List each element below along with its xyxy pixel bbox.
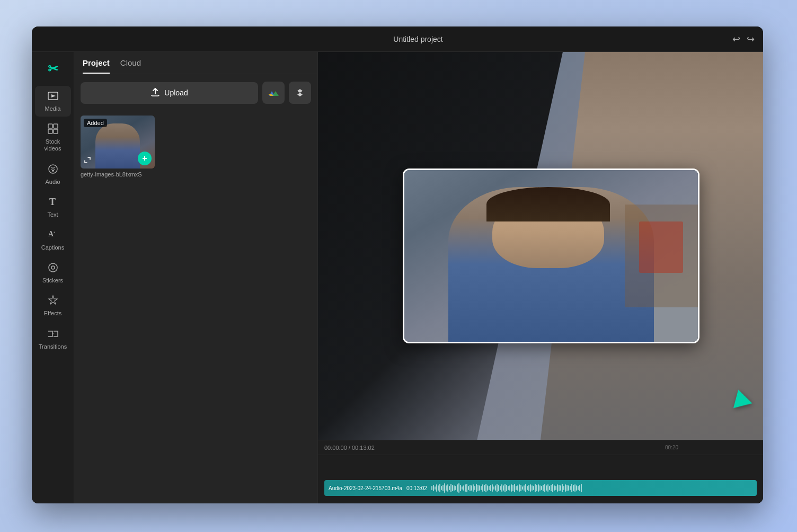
- timeline-header: 00:00:00 / 00:13:02 00:20: [318, 440, 763, 455]
- effects-label: Effects: [44, 310, 61, 317]
- audio-track-duration: 00:13:02: [406, 485, 427, 491]
- panel-toolbar: Upload: [74, 74, 317, 111]
- google-drive-button[interactable]: [262, 82, 285, 104]
- svg-rect-4: [48, 129, 52, 134]
- captions-label: Captions: [41, 244, 64, 251]
- captions-icon: A *: [47, 229, 59, 242]
- tab-project[interactable]: Project: [83, 58, 110, 74]
- stickers-icon: [47, 262, 59, 275]
- sidebar-item-audio[interactable]: Audio: [35, 159, 71, 190]
- sidebar-item-stock[interactable]: Stock videos: [35, 119, 71, 156]
- sidebar-item-text[interactable]: T Text: [35, 192, 71, 223]
- left-sidebar: ✂ Media: [32, 52, 74, 503]
- dropbox-button[interactable]: [289, 82, 311, 104]
- svg-text:T: T: [49, 197, 56, 207]
- upload-label: Upload: [164, 88, 188, 97]
- svg-point-12: [51, 266, 55, 269]
- svg-marker-13: [49, 296, 57, 304]
- redo-button[interactable]: ↪: [747, 34, 755, 44]
- effects-icon: [47, 295, 59, 308]
- media-filename: getty-images-bL8txmxS: [81, 171, 155, 178]
- media-icon: [47, 90, 59, 103]
- sidebar-item-stickers[interactable]: Stickers: [35, 258, 71, 288]
- header: Untitled project ↩ ↪: [32, 26, 763, 52]
- audio-track[interactable]: Audio-2023-02-24-215703.m4a 00:13:02: [324, 480, 757, 496]
- stickers-label: Stickers: [42, 277, 63, 284]
- audio-waveform: [431, 483, 752, 493]
- timeline-area: 00:00:00 / 00:13:02 00:20 Audio-2023-02-…: [318, 440, 763, 503]
- stock-label: Stock videos: [37, 138, 69, 152]
- sidebar-item-effects[interactable]: Effects: [35, 290, 71, 321]
- transitions-icon: [47, 328, 59, 341]
- timeline-tracks: Audio-2023-02-24-215703.m4a 00:13:02: [318, 455, 763, 503]
- svg-rect-3: [54, 124, 58, 128]
- svg-point-7: [52, 170, 54, 172]
- audio-icon: [47, 163, 59, 176]
- upload-button[interactable]: Upload: [81, 82, 258, 104]
- sidebar-item-transitions[interactable]: Transitions: [35, 324, 71, 354]
- sidebar-item-captions[interactable]: A * Captions: [35, 225, 71, 255]
- preview-canvas: [318, 52, 763, 440]
- media-thumbnail: Added +: [81, 116, 155, 169]
- audio-track-name: Audio-2023-02-24-215703.m4a: [329, 485, 402, 491]
- project-title: Untitled project: [104, 35, 732, 43]
- floating-video-card: [403, 169, 699, 343]
- sidebar-item-media[interactable]: Media: [35, 86, 71, 117]
- stock-icon: [47, 123, 59, 136]
- svg-point-11: [49, 263, 57, 272]
- add-media-button[interactable]: +: [138, 152, 152, 165]
- text-icon: T: [47, 196, 59, 209]
- panel-tabs: Project Cloud: [74, 52, 317, 74]
- expand-icon: [84, 156, 91, 165]
- undo-button[interactable]: ↩: [732, 34, 740, 44]
- app-logo-icon: ✂: [48, 61, 58, 76]
- svg-text:*: *: [54, 230, 55, 235]
- svg-marker-1: [51, 94, 56, 97]
- media-label: Media: [45, 105, 61, 112]
- app-container: Untitled project ↩ ↪ ✂ Media: [32, 26, 763, 503]
- upload-icon: [150, 87, 160, 99]
- header-actions: ↩ ↪: [732, 34, 755, 44]
- timeline-marker-20: 00:20: [665, 445, 678, 450]
- text-label: Text: [47, 211, 58, 218]
- audio-label: Audio: [45, 179, 60, 185]
- svg-rect-2: [48, 124, 52, 128]
- main-content: ✂ Media: [32, 52, 763, 503]
- logo-area: ✂: [42, 58, 64, 79]
- added-badge: Added: [84, 119, 107, 127]
- panel-content: Added + getty-images-bL8txmxS: [74, 111, 317, 503]
- card-inner: [404, 170, 698, 342]
- media-item[interactable]: Added + getty-images-bL8txmxS: [81, 116, 155, 178]
- svg-rect-5: [54, 129, 58, 134]
- media-panel: Project Cloud Upload: [74, 52, 318, 503]
- timeline-current-time: 00:00:00 / 00:13:02: [324, 445, 375, 451]
- transitions-label: Transitions: [39, 343, 67, 350]
- preview-area: 00:00:00 / 00:13:02 00:20 Audio-2023-02-…: [318, 52, 763, 503]
- tab-cloud[interactable]: Cloud: [120, 58, 141, 74]
